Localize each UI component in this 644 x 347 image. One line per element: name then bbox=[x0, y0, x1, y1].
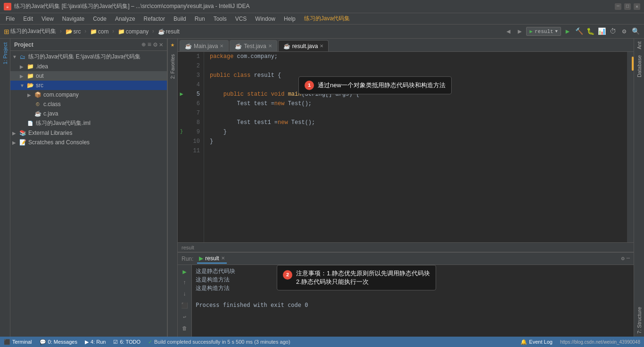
tree-item-idea[interactable]: ▶ 📁 .idea bbox=[10, 62, 167, 71]
tree-item-cjava[interactable]: ▶ ☕ c.java bbox=[10, 109, 167, 118]
line-num-2: 2 bbox=[185, 61, 200, 71]
scroll-thumb[interactable] bbox=[632, 57, 634, 71]
tab-test-java[interactable]: ☕ Test.java ✕ bbox=[230, 40, 277, 51]
close-sidebar-button[interactable]: ✕ bbox=[159, 41, 163, 49]
run-stop-button[interactable]: ⬛ bbox=[180, 301, 190, 310]
breadcrumb-sep-1: › bbox=[59, 28, 62, 35]
tree-label-package: com.company bbox=[43, 91, 79, 98]
back-button[interactable]: ◀ bbox=[504, 27, 513, 36]
code-line-2 bbox=[210, 61, 627, 71]
menu-tools[interactable]: Tools bbox=[210, 15, 231, 23]
settings-icon[interactable]: ⚙ bbox=[153, 41, 157, 49]
app-title: 练习的Java代码集 [E:\java\练习的Java代码集] – ...\sr… bbox=[14, 2, 249, 10]
tab-close-result[interactable]: ✕ bbox=[320, 43, 323, 49]
run-arrow-down[interactable]: ↓ bbox=[180, 289, 190, 299]
status-messages[interactable]: 💬 0: Messages bbox=[40, 339, 77, 345]
run-minimize-icon[interactable]: ─ bbox=[627, 255, 630, 262]
sidebar-header: Project ⊕ ≡ ⚙ ✕ bbox=[10, 39, 167, 51]
menu-analyze[interactable]: Analyze bbox=[111, 15, 139, 23]
project-tab-vertical[interactable]: 1: Project bbox=[1, 39, 9, 68]
tree-arrow-root: ▼ bbox=[12, 54, 19, 59]
menu-view[interactable]: View bbox=[38, 15, 58, 23]
favorites-label[interactable]: 2: Favorites bbox=[169, 50, 176, 83]
breadcrumb-com[interactable]: 📁 com bbox=[90, 28, 109, 35]
tree-item-root[interactable]: ▼ 🗂 练习的Java代码集 E:\java\练习的Java代码集 bbox=[10, 52, 167, 62]
maximize-button[interactable]: □ bbox=[624, 3, 631, 10]
menu-window[interactable]: Window bbox=[251, 15, 279, 23]
run-arrow-up[interactable]: ↑ bbox=[180, 278, 190, 288]
breadcrumb-src[interactable]: 📂 src bbox=[66, 28, 81, 35]
status-csdn-link[interactable]: https://blog.csdn.net/weixin_43990048 bbox=[560, 339, 640, 345]
sync-button[interactable]: ⊕ bbox=[141, 41, 145, 49]
status-run[interactable]: ▶ 4: Run bbox=[85, 339, 106, 345]
settings-button[interactable]: ⚙ bbox=[619, 27, 629, 36]
menu-help[interactable]: Help bbox=[280, 15, 299, 23]
event-log-icon: 🔔 bbox=[520, 339, 527, 345]
tree-item-out[interactable]: ▶ 📁 out bbox=[10, 71, 167, 81]
menu-navigate[interactable]: Navigate bbox=[58, 15, 88, 23]
tab-main-java[interactable]: ☕ Main.java ✕ bbox=[180, 40, 229, 51]
menu-file[interactable]: File bbox=[2, 15, 18, 23]
right-tab-database[interactable]: Database bbox=[635, 52, 644, 80]
status-event-log[interactable]: 🔔 Event Log bbox=[520, 339, 553, 345]
menu-refactor[interactable]: Refactor bbox=[140, 15, 169, 23]
breadcrumb-project[interactable]: ⊞ 练习的Java代码集 bbox=[4, 27, 56, 35]
run-settings-icon[interactable]: ⚙ bbox=[621, 255, 625, 262]
forward-button[interactable]: ▶ bbox=[515, 27, 524, 36]
run-button[interactable]: ▶ bbox=[563, 27, 572, 36]
breadcrumb-project-label: 练习的Java代码集 bbox=[10, 27, 56, 35]
minimize-button[interactable]: ─ bbox=[615, 3, 621, 10]
line-num-11: 11 bbox=[185, 146, 200, 156]
menu-vcs[interactable]: VCS bbox=[231, 15, 251, 23]
collapse-button[interactable]: ≡ bbox=[148, 41, 151, 49]
gutter-11 bbox=[178, 146, 185, 156]
right-tab-ant[interactable]: Ant bbox=[635, 39, 644, 52]
tab-close-main[interactable]: ✕ bbox=[220, 43, 223, 49]
kw-public2: public bbox=[223, 90, 247, 99]
build-button[interactable]: 🔨 bbox=[574, 27, 584, 36]
debug-button[interactable]: 🐛 bbox=[586, 27, 595, 36]
run-wrap-button[interactable]: ↩ bbox=[180, 312, 190, 322]
run-play-button[interactable]: ▶ bbox=[180, 267, 190, 276]
menu-code[interactable]: Code bbox=[89, 15, 110, 23]
tree-item-extlibs[interactable]: ▶ 📚 External Libraries bbox=[10, 128, 167, 138]
run-config-selector[interactable]: ▶ result ▼ bbox=[526, 27, 561, 36]
coverage-button[interactable]: 📊 bbox=[597, 27, 606, 36]
tree-item-iml[interactable]: ▶ 📄 练习的Java代码集.iml bbox=[10, 118, 167, 128]
run-output: 这是静态代码块 这是构造方法 这是构造方法 Process finished w… bbox=[192, 265, 634, 337]
menu-project-name[interactable]: 练习的Java代码集 bbox=[300, 14, 354, 24]
tooltip-line-1: 注意事项：1.静态优先原则所以先调用静态代码块 bbox=[296, 269, 430, 278]
run-clear-button[interactable]: 🗑 bbox=[180, 323, 190, 333]
status-terminal[interactable]: ⬛ Terminal bbox=[4, 339, 32, 345]
right-tab-structure[interactable]: 7: Structure bbox=[635, 304, 644, 337]
close-button[interactable]: ✕ bbox=[634, 3, 640, 10]
tree-item-scratches[interactable]: ▶ 📝 Scratches and Consoles bbox=[10, 138, 167, 147]
tree-item-src[interactable]: ▼ 📂 src bbox=[10, 81, 167, 90]
breadcrumb-company[interactable]: 📁 company bbox=[118, 28, 149, 35]
editor-scrollbar[interactable] bbox=[627, 52, 634, 242]
run-tab-result[interactable]: ▶ result ✕ bbox=[197, 254, 226, 264]
tab-result-java[interactable]: ☕ result.java ✕ bbox=[278, 40, 329, 51]
breadcrumb-result[interactable]: ☕ result bbox=[158, 28, 180, 35]
run-tab-close-icon[interactable]: ✕ bbox=[221, 256, 225, 261]
menu-run[interactable]: Run bbox=[191, 15, 209, 23]
code-content[interactable]: package com.company; public class result… bbox=[204, 52, 627, 242]
menu-build[interactable]: Build bbox=[170, 15, 190, 23]
tab-java-icon: ☕ bbox=[185, 43, 192, 50]
tab-close-test[interactable]: ✕ bbox=[268, 43, 272, 49]
status-todo[interactable]: ☑ 6: TODO bbox=[113, 339, 140, 345]
tree-item-cclass[interactable]: ▶ © c.class bbox=[10, 99, 167, 109]
file-icon: ☕ bbox=[158, 28, 165, 35]
menu-edit[interactable]: Edit bbox=[19, 15, 37, 23]
profiler-button[interactable]: ⏱ bbox=[608, 27, 618, 36]
code-line-10: } bbox=[210, 137, 627, 146]
search-button[interactable]: 🔍 bbox=[631, 27, 640, 36]
tab-main-java-label: Main.java bbox=[194, 43, 218, 50]
window-controls[interactable]: ─ □ ✕ bbox=[615, 3, 640, 10]
scroll-track bbox=[632, 52, 634, 242]
tree-item-package[interactable]: ▶ 📦 com.company bbox=[10, 90, 167, 99]
run-panel-label: Run: bbox=[182, 256, 193, 262]
plain-close-brace: } bbox=[210, 127, 227, 137]
run-arrow-5[interactable]: ▶ bbox=[178, 90, 185, 99]
toolbar-right: ◀ ▶ ▶ result ▼ ▶ 🔨 🐛 📊 ⏱ ⚙ 🔍 bbox=[504, 27, 640, 36]
